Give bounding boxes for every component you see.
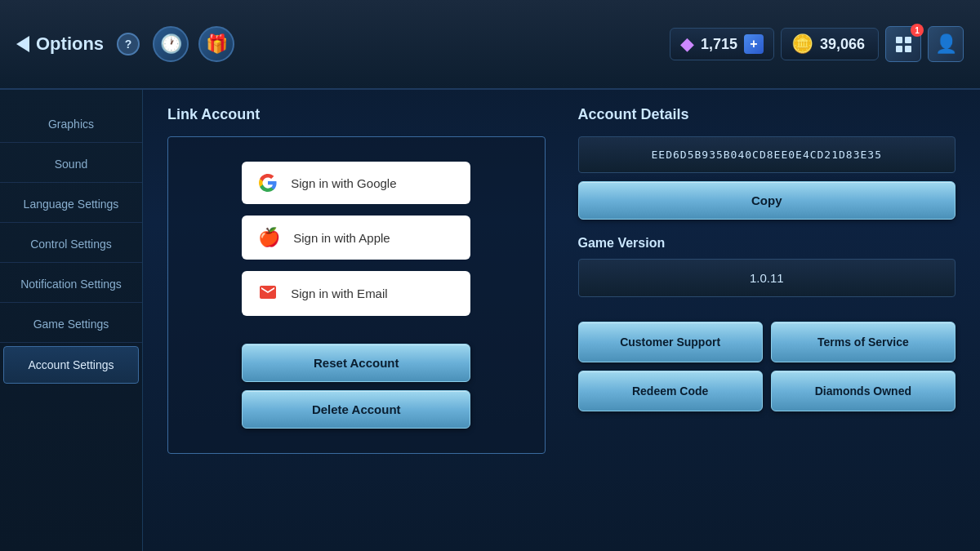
- grid-cell: [896, 46, 902, 52]
- account-details-title: Account Details: [578, 106, 956, 123]
- coin-currency-block: 🪙 39,066: [781, 28, 879, 60]
- link-account-panel: Link Account Sign in with Google 🍎: [167, 106, 546, 535]
- topbar-right: ◆ 1,715 + 🪙 39,066 1 👤: [670, 26, 964, 62]
- copy-button[interactable]: Copy: [578, 181, 956, 220]
- game-version-display: 1.0.11: [578, 259, 956, 297]
- diamonds-owned-button[interactable]: Diamonds Owned: [771, 371, 956, 411]
- back-button[interactable]: Options: [16, 33, 104, 55]
- account-id-display: EED6D5B935B040CD8EE0E4CD21D83E35: [578, 136, 956, 173]
- customer-support-button[interactable]: Customer Support: [578, 322, 763, 362]
- sidebar-item-control[interactable]: Control Settings: [0, 226, 142, 263]
- topbar: Options ? 🕐 🎁 ◆ 1,715 + 🪙 39,066 1 👤: [0, 0, 980, 90]
- coin-value: 39,066: [820, 36, 865, 53]
- main-content: Graphics Sound Language Settings Control…: [0, 90, 980, 551]
- action-buttons: Reset Account Delete Account: [242, 344, 470, 429]
- profile-button[interactable]: 👤: [928, 26, 964, 62]
- sign-google-label: Sign in with Google: [291, 176, 396, 190]
- account-details-panel: Account Details EED6D5B935B040CD8EE0E4CD…: [578, 106, 956, 535]
- clock-icon[interactable]: 🕐: [153, 26, 189, 62]
- diamond-currency-block: ◆ 1,715 +: [670, 28, 774, 60]
- gmail-icon: [258, 282, 278, 304]
- grid-cell: [905, 46, 911, 52]
- sidebar-item-sound[interactable]: Sound: [0, 146, 142, 183]
- grid-menu-button[interactable]: 1: [885, 26, 921, 62]
- redeem-code-button[interactable]: Redeem Code: [578, 371, 763, 411]
- google-icon: [258, 173, 278, 193]
- game-version-label: Game Version: [578, 236, 956, 251]
- coin-icon: 🪙: [791, 33, 813, 55]
- back-arrow-icon: [16, 36, 29, 52]
- add-diamond-button[interactable]: +: [744, 34, 764, 54]
- sign-google-button[interactable]: Sign in with Google: [242, 162, 470, 204]
- sidebar-item-account[interactable]: Account Settings: [3, 346, 139, 384]
- support-buttons: Customer Support Terms of Service Redeem…: [578, 322, 956, 411]
- grid-cell: [905, 37, 911, 43]
- sidebar-item-graphics[interactable]: Graphics: [0, 106, 142, 143]
- help-button[interactable]: ?: [117, 33, 140, 56]
- notification-badge: 1: [911, 24, 924, 37]
- reset-account-button[interactable]: Reset Account: [242, 344, 470, 382]
- link-account-box: Sign in with Google 🍎 Sign in with Apple…: [167, 136, 546, 454]
- diamond-icon: ◆: [680, 33, 694, 55]
- topbar-icons: 🕐 🎁: [153, 26, 234, 62]
- topbar-title: Options: [36, 33, 104, 55]
- sidebar-item-notification[interactable]: Notification Settings: [0, 266, 142, 303]
- grid-icon-inner: [896, 37, 911, 52]
- sign-email-label: Sign in with Email: [291, 287, 387, 300]
- sign-apple-button[interactable]: 🍎 Sign in with Apple: [242, 216, 470, 260]
- content-area: Link Account Sign in with Google 🍎: [143, 90, 980, 551]
- topbar-left: Options ? 🕐 🎁: [16, 26, 234, 62]
- sign-apple-label: Sign in with Apple: [293, 231, 390, 245]
- grid-cell: [896, 37, 902, 43]
- sidebar-item-language[interactable]: Language Settings: [0, 186, 142, 223]
- terms-of-service-button[interactable]: Terms of Service: [771, 322, 956, 362]
- diamond-value: 1,715: [701, 36, 737, 53]
- sign-email-button[interactable]: Sign in with Email: [242, 271, 470, 316]
- gift-icon[interactable]: 🎁: [198, 26, 234, 62]
- sidebar: Graphics Sound Language Settings Control…: [0, 90, 143, 551]
- apple-icon: 🍎: [258, 227, 280, 248]
- sidebar-item-game[interactable]: Game Settings: [0, 306, 142, 343]
- link-account-title: Link Account: [167, 106, 546, 123]
- delete-account-button[interactable]: Delete Account: [242, 390, 470, 429]
